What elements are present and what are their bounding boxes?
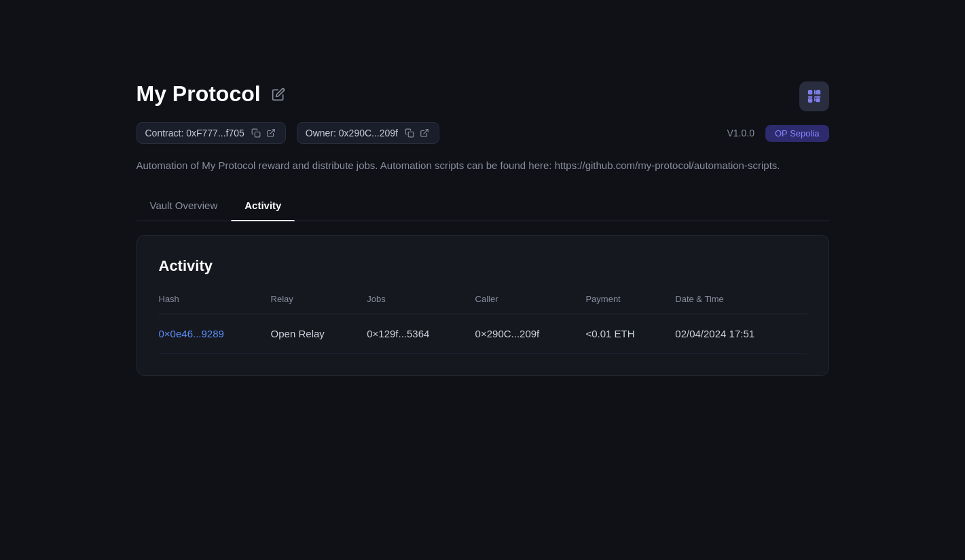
owner-actions xyxy=(403,127,431,139)
cell-payment: <0.01 ETH xyxy=(585,314,675,354)
owner-label: Owner: 0x290C...209f xyxy=(306,128,398,138)
table-header-row: Hash Relay Jobs Caller Payment Date & Ti… xyxy=(159,294,807,314)
tabs-row: Vault Overview Activity xyxy=(136,193,829,221)
svg-rect-3 xyxy=(809,92,810,93)
tab-vault-overview[interactable]: Vault Overview xyxy=(136,193,232,221)
tab-activity[interactable]: Activity xyxy=(231,193,295,221)
version-label: V1.0.0 xyxy=(727,128,754,138)
activity-card: Activity Hash Relay Jobs Caller Payment … xyxy=(136,235,829,376)
col-jobs: Jobs xyxy=(367,294,475,314)
cell-datetime: 02/04/2024 17:51 xyxy=(675,314,806,354)
cell-caller: 0×290C...209f xyxy=(475,314,586,354)
col-hash: Hash xyxy=(159,294,271,314)
col-caller: Caller xyxy=(475,294,586,314)
svg-line-7 xyxy=(270,130,274,134)
table-row: 0×0e46...9289 Open Relay 0×129f...5364 0… xyxy=(159,314,807,354)
svg-rect-6 xyxy=(255,132,260,137)
page-title: My Protocol xyxy=(136,81,261,107)
activity-table: Hash Relay Jobs Caller Payment Date & Ti… xyxy=(159,294,807,354)
contract-badge: Contract: 0xF777...f705 xyxy=(136,122,286,144)
col-payment: Payment xyxy=(585,294,675,314)
cell-hash: 0×0e46...9289 xyxy=(159,314,271,354)
external-owner-button[interactable] xyxy=(418,127,431,139)
copy-owner-button[interactable] xyxy=(403,127,416,139)
contract-label: Contract: 0xF777...f705 xyxy=(145,128,244,138)
qr-code-button[interactable] xyxy=(799,81,829,111)
external-contract-button[interactable] xyxy=(265,127,277,139)
copy-contract-button[interactable] xyxy=(250,127,262,139)
svg-rect-4 xyxy=(818,92,818,93)
cell-relay: Open Relay xyxy=(271,314,367,354)
address-row: Contract: 0xF777...f705 xyxy=(136,122,829,144)
svg-rect-8 xyxy=(408,132,414,137)
owner-badge: Owner: 0x290C...209f xyxy=(297,122,439,144)
svg-rect-5 xyxy=(809,100,810,101)
col-datetime: Date & Time xyxy=(675,294,806,314)
col-relay: Relay xyxy=(271,294,367,314)
edit-title-button[interactable] xyxy=(269,85,288,104)
contract-actions xyxy=(250,127,277,139)
hash-link[interactable]: 0×0e46...9289 xyxy=(159,328,224,339)
svg-line-9 xyxy=(424,130,428,134)
page-description: Automation of My Protocol reward and dis… xyxy=(136,157,802,174)
cell-jobs: 0×129f...5364 xyxy=(367,314,475,354)
activity-card-title: Activity xyxy=(159,257,807,275)
network-badge: OP Sepolia xyxy=(765,125,829,142)
